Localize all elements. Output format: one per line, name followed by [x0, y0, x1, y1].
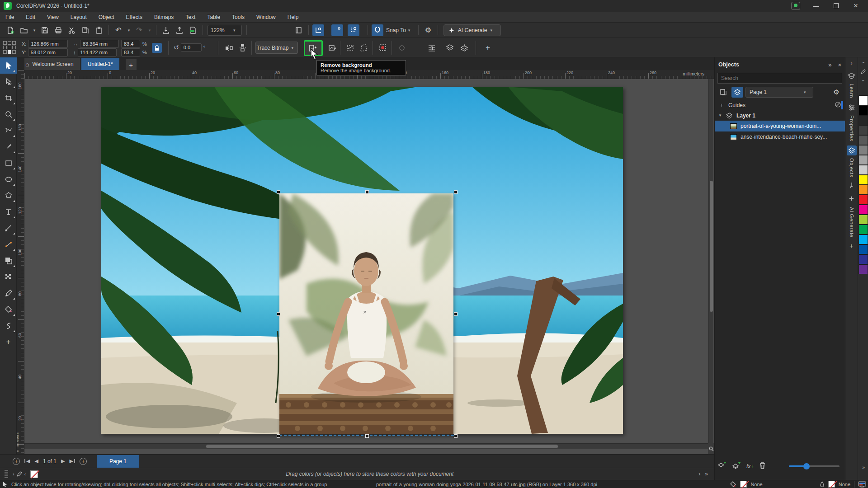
- scale-width-input[interactable]: [121, 40, 140, 48]
- selection-center-mark[interactable]: ×: [363, 309, 367, 315]
- maximize-button[interactable]: [832, 3, 840, 9]
- zoom-tool[interactable]: [0, 106, 17, 122]
- new-tab-button[interactable]: +: [126, 59, 137, 70]
- color-swatch[interactable]: [859, 225, 868, 235]
- undo-chevron-icon[interactable]: ▾: [126, 24, 132, 36]
- palette-up-icon[interactable]: ‹: [861, 80, 866, 81]
- objects-search-input[interactable]: [717, 73, 842, 84]
- drawing-canvas[interactable]: ×: [24, 79, 714, 454]
- palette-prev-icon[interactable]: ‹: [24, 471, 26, 477]
- account-icon[interactable]: [791, 2, 800, 10]
- paste-button[interactable]: [93, 24, 105, 36]
- color-swatch[interactable]: [859, 95, 868, 105]
- docker-close-icon[interactable]: ×: [838, 61, 841, 68]
- color-swatch[interactable]: [859, 235, 868, 244]
- copy-button[interactable]: [80, 24, 91, 36]
- objects-options-gear-icon[interactable]: ⚙: [830, 87, 842, 98]
- side-tab-learn[interactable]: Learn: [847, 71, 857, 98]
- add-page-button[interactable]: +: [13, 458, 20, 465]
- snap-to-dropdown[interactable]: Snap To ▾: [384, 27, 415, 33]
- crop-tool[interactable]: [0, 90, 17, 106]
- ruler-corner[interactable]: [17, 57, 24, 70]
- new-layer-group-button[interactable]: [732, 462, 741, 471]
- layer-opacity-slider[interactable]: [789, 465, 840, 467]
- ellipse-tool[interactable]: [0, 171, 17, 188]
- import-button[interactable]: [160, 24, 172, 36]
- menu-item-help[interactable]: Help: [288, 14, 299, 20]
- color-swatch[interactable]: [859, 105, 868, 115]
- shape-tool[interactable]: [0, 74, 17, 90]
- color-swatch[interactable]: [859, 145, 868, 155]
- palette-expand-icon[interactable]: »: [858, 465, 868, 470]
- color-swatch[interactable]: [859, 205, 868, 215]
- vertical-ruler[interactable]: 18016014012010080604020: [17, 70, 24, 454]
- pan-zoom-button[interactable]: [708, 443, 714, 454]
- curve-tool[interactable]: [0, 122, 17, 139]
- mirror-vertical-button[interactable]: [237, 42, 249, 54]
- object-origin-grid[interactable]: [3, 41, 17, 55]
- first-page-button[interactable]: ◀: [24, 458, 30, 464]
- side-tab-objects[interactable]: Objects: [847, 145, 857, 178]
- vertical-scrollbar[interactable]: [708, 79, 713, 443]
- color-swatch[interactable]: [859, 165, 868, 175]
- color-swatch[interactable]: [859, 244, 868, 254]
- guides-color-bar[interactable]: [841, 101, 843, 109]
- selection-handle[interactable]: [454, 312, 458, 316]
- trace-bitmap-dropdown[interactable]: Trace Bitmap ▾: [255, 42, 298, 54]
- show-guidelines-toggle[interactable]: [348, 24, 359, 36]
- effects-fx-button[interactable]: fx+: [746, 463, 754, 469]
- transparency-tool[interactable]: [0, 253, 17, 269]
- page-selector-dropdown[interactable]: Page 1 ▾: [745, 87, 813, 98]
- edit-bitmap-button[interactable]: [326, 42, 338, 54]
- horizontal-scrollbar[interactable]: [24, 443, 708, 449]
- object-item-portrait[interactable]: portrait-of-a-young-woman-doin...: [715, 121, 845, 131]
- scale-height-input[interactable]: [121, 48, 140, 56]
- display-settings-icon[interactable]: [858, 481, 866, 488]
- x-position-input[interactable]: [28, 40, 68, 48]
- previous-page-button[interactable]: ◀: [34, 458, 38, 464]
- object-width-input[interactable]: [80, 40, 119, 48]
- new-layer-button[interactable]: [717, 462, 726, 471]
- no-color-swatch[interactable]: [30, 470, 38, 478]
- menu-item-view[interactable]: View: [47, 14, 59, 20]
- order-layers-button[interactable]: [458, 42, 470, 54]
- layer-expand-icon[interactable]: ▼: [718, 113, 722, 117]
- fullscreen-preview-button[interactable]: [293, 24, 305, 36]
- adjust-image-button[interactable]: [377, 42, 389, 54]
- correct-perspective-button[interactable]: [358, 42, 370, 54]
- selection-handle[interactable]: [454, 434, 458, 438]
- open-chevron-icon[interactable]: ▾: [32, 24, 37, 36]
- selection-handle[interactable]: [277, 312, 280, 316]
- palette-scroll-right-icon[interactable]: ›: [698, 471, 700, 477]
- slider-knob[interactable]: [803, 463, 810, 469]
- menu-item-object[interactable]: Object: [99, 14, 114, 20]
- redo-chevron-icon[interactable]: ▾: [147, 24, 152, 36]
- color-swatch[interactable]: [859, 155, 868, 165]
- open-button[interactable]: [18, 24, 30, 36]
- artistic-media-tool[interactable]: [0, 139, 17, 155]
- menu-item-tools[interactable]: Tools: [232, 14, 245, 20]
- color-swatch[interactable]: [859, 215, 868, 225]
- order-to-front-button[interactable]: [444, 42, 456, 54]
- menu-item-table[interactable]: Table: [207, 14, 220, 20]
- non-printing-icon[interactable]: [835, 101, 841, 109]
- palette-eyedropper-icon[interactable]: [16, 471, 23, 477]
- publish-pdf-button[interactable]: [187, 24, 199, 36]
- options-gear-button[interactable]: ⚙: [422, 24, 434, 36]
- minimize-button[interactable]: —: [812, 3, 820, 9]
- menu-item-bitmaps[interactable]: Bitmaps: [154, 14, 174, 20]
- palette-next-icon[interactable]: ›: [13, 471, 14, 477]
- mirror-horizontal-button[interactable]: [223, 42, 235, 54]
- add-tools-button[interactable]: +: [0, 334, 17, 350]
- zoom-level-select[interactable]: 122% ▾: [208, 25, 242, 36]
- pick-tool[interactable]: [0, 57, 17, 74]
- color-swatch[interactable]: [859, 264, 868, 274]
- selection-handle[interactable]: [365, 434, 369, 438]
- cut-button[interactable]: [66, 24, 78, 36]
- horizontal-scrollbar-thumb[interactable]: [206, 445, 558, 448]
- side-tab-properties[interactable]: Properties: [847, 103, 857, 141]
- outline-none-swatch[interactable]: [828, 481, 835, 488]
- eyedropper-tool[interactable]: [0, 285, 17, 301]
- redo-button[interactable]: ↷: [133, 24, 145, 36]
- menu-item-effects[interactable]: Effects: [126, 14, 142, 20]
